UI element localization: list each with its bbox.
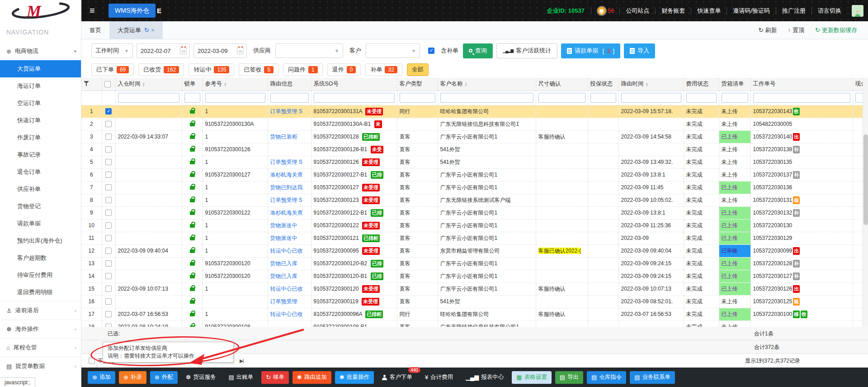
status-tab-补单[interactable]: 补单32: [365, 63, 402, 76]
row-checkbox[interactable]: [105, 324, 112, 327]
status-tab-已签收[interactable]: 已签收5: [239, 63, 278, 76]
cell-route-info-link[interactable]: 洛杉机海关查: [268, 168, 311, 181]
column-filter-input-投保状态[interactable]: [590, 93, 616, 103]
table-row[interactable]: 11订单预受理 S810537220300131A 未受理同行哇哈哈集团有限公司…: [81, 105, 868, 118]
table-row[interactable]: 81订单预受理 S910537220300123 未受理直客广东无限链接系统测试…: [81, 194, 868, 206]
sidebar-item-快递订单[interactable]: 快递订单: [0, 112, 81, 129]
unlock-icon[interactable]: [190, 275, 195, 278]
sidebar-item-供应补单[interactable]: 供应补单: [0, 181, 81, 198]
cell-route-info-link[interactable]: [268, 320, 311, 327]
sort-icon[interactable]: ▲▼: [465, 82, 467, 86]
table-row[interactable]: 51订单预受理 S910537220300126 未受理直客541外贸2022-…: [81, 156, 868, 168]
unlock-icon[interactable]: [190, 110, 195, 114]
unlock-icon[interactable]: [190, 173, 195, 177]
tab-home[interactable]: 首页: [81, 21, 109, 39]
table-row[interactable]: 182022-03-08 10:24:199105372203001089105…: [81, 320, 868, 327]
sidebar-item-退仓订单[interactable]: 退仓订单: [0, 163, 81, 181]
toolbar-button-添加[interactable]: ⊕添加: [88, 371, 115, 384]
table-row[interactable]: 6910537220300127洛杉机海关查910537220300127-B1…: [81, 168, 868, 181]
cell-route-info-link[interactable]: 货物已入库: [268, 270, 311, 282]
sidebar-section-海外操作[interactable]: ☸海外操作‹: [0, 320, 81, 338]
column-header-入仓时间[interactable]: 入仓时间▲▼: [115, 78, 182, 91]
toolbar-button-货运服务[interactable]: ☸货运服务: [181, 371, 221, 384]
topbar-menu-item[interactable]: 推广注册: [776, 7, 811, 15]
sidebar-item-作废订单[interactable]: 作废订单: [0, 129, 81, 146]
tab-bulk-waybill[interactable]: 大货运单 ↻ ×: [109, 21, 163, 39]
column-header-货箱清单[interactable]: 货箱清单: [719, 78, 750, 91]
row-checkbox[interactable]: [105, 210, 112, 216]
unlock-icon[interactable]: [190, 123, 195, 126]
toolbar-button-客户下单[interactable]: 客户下单440: [377, 371, 417, 384]
import-button[interactable]: 导入: [624, 43, 655, 58]
calendar-icon[interactable]: 15: [237, 47, 244, 54]
sort-icon[interactable]: ▲▼: [646, 82, 648, 86]
column-header-锁单[interactable]: 锁单: [182, 78, 203, 91]
no-paging-checkbox[interactable]: [89, 358, 95, 364]
column-filter-input-参考号[interactable]: [205, 93, 265, 103]
row-checkbox[interactable]: [105, 248, 112, 254]
calendar-icon[interactable]: 15: [180, 47, 187, 54]
unlock-icon[interactable]: [190, 161, 195, 164]
cell-route-info-link[interactable]: 订单预受理 S: [268, 156, 311, 168]
column-filter-input-客户类型[interactable]: [400, 93, 435, 103]
sidebar-toggle-icon[interactable]: ≡: [90, 5, 95, 16]
column-header-客户名称[interactable]: 客户名称▲▼: [438, 78, 536, 91]
sidebar-item-客户超期数[interactable]: 客户超期数: [0, 249, 81, 267]
sidebar-item-大货运单[interactable]: 大货运单: [0, 60, 81, 77]
supplier-select[interactable]: ▼: [275, 43, 343, 58]
last-page-icon[interactable]: ▶|: [240, 354, 243, 368]
filter-funnel-header[interactable]: [81, 78, 102, 91]
sidebar-item-事故记录[interactable]: 事故记录: [0, 146, 81, 163]
table-row[interactable]: 13910537220300120货物已入库910537220300120-B2…: [81, 257, 868, 270]
pin-top-button[interactable]: ↑置顶: [788, 26, 805, 34]
row-checkbox[interactable]: [105, 108, 112, 115]
cell-route-info-link[interactable]: 订单预受理 S: [268, 105, 311, 118]
status-tab-转运中[interactable]: 转运中135: [189, 63, 234, 76]
column-filter-input-尺寸确认[interactable]: [538, 93, 585, 103]
sidebar-section-提货单数据[interactable]: ▤提货单数据‹: [0, 357, 81, 375]
notification-bell[interactable]: 56: [591, 6, 619, 16]
cell-route-info-link[interactable]: [268, 143, 311, 156]
row-checkbox[interactable]: [105, 197, 112, 203]
cell-route-info-link[interactable]: 转运中心已收: [268, 282, 311, 295]
column-filter-input-路由信息[interactable]: [270, 93, 309, 103]
cell-route-info-link[interactable]: 货物已到达我: [268, 181, 311, 194]
toolbar-button-仓库指令[interactable]: ▤仓库指令: [587, 371, 626, 384]
toolbar-button-路由追加[interactable]: ✱路由追加: [292, 371, 331, 384]
refresh-button[interactable]: ↻刷新: [759, 26, 777, 34]
toolbar-button-批量操作[interactable]: ✱批量操作: [335, 371, 374, 384]
sidebar-item-货物登记[interactable]: 货物登记: [0, 198, 81, 215]
toolbar-button-业务联系单[interactable]: ▤业务联系单: [630, 371, 675, 384]
unlock-icon[interactable]: [190, 211, 195, 215]
unlock-icon[interactable]: [190, 186, 195, 190]
payment-request-button[interactable]: 请款单据 [3]: [561, 43, 620, 58]
table-row[interactable]: 14910537220300120货物已入库910537220300120-B1…: [81, 270, 868, 282]
status-tab-全部[interactable]: 全部: [407, 63, 429, 76]
row-checkbox[interactable]: [105, 184, 112, 191]
column-header-客户类型[interactable]: 客户类型: [397, 78, 438, 91]
column-filter-input-费用状态[interactable]: [686, 93, 717, 103]
sidebar-item-请款单据[interactable]: 请款单据: [0, 215, 81, 232]
table-row[interactable]: 101货物派送中910537220300122 未受理直客广东平云小匠有限公司1…: [81, 219, 868, 232]
cell-route-info-link[interactable]: 货物派送中: [268, 232, 311, 244]
sidebar-item-预约出库(海外仓)[interactable]: 预约出库(海外仓): [0, 232, 81, 249]
sort-icon[interactable]: ▲▼: [142, 82, 145, 86]
scrollbar-thumb[interactable]: [863, 134, 868, 225]
date-to-input[interactable]: 2022-03-0915: [193, 43, 247, 58]
cell-route-info-link[interactable]: 货物已入库: [268, 257, 311, 270]
column-filter-input-系统SO号[interactable]: [314, 93, 395, 103]
unlock-icon[interactable]: [190, 148, 195, 152]
unlock-icon[interactable]: [190, 199, 195, 202]
topbar-menu-item[interactable]: 财务账套: [656, 7, 691, 15]
status-tab-问题件[interactable]: 问题件1: [283, 63, 323, 76]
topbar-menu-item[interactable]: 快速查单: [691, 7, 726, 15]
customer-select[interactable]: ▼: [366, 43, 420, 58]
unlock-icon[interactable]: [190, 237, 195, 240]
column-filter-input-货箱清单[interactable]: [722, 93, 748, 103]
cell-route-info-link[interactable]: [268, 118, 311, 130]
row-checkbox[interactable]: [105, 159, 112, 165]
row-checkbox[interactable]: [105, 273, 112, 279]
row-checkbox[interactable]: [105, 298, 112, 305]
sidebar-section-港前港后[interactable]: ⚓港前港后‹: [0, 301, 81, 320]
toolbar-button-合计费用[interactable]: ¥合计费用: [420, 371, 458, 384]
